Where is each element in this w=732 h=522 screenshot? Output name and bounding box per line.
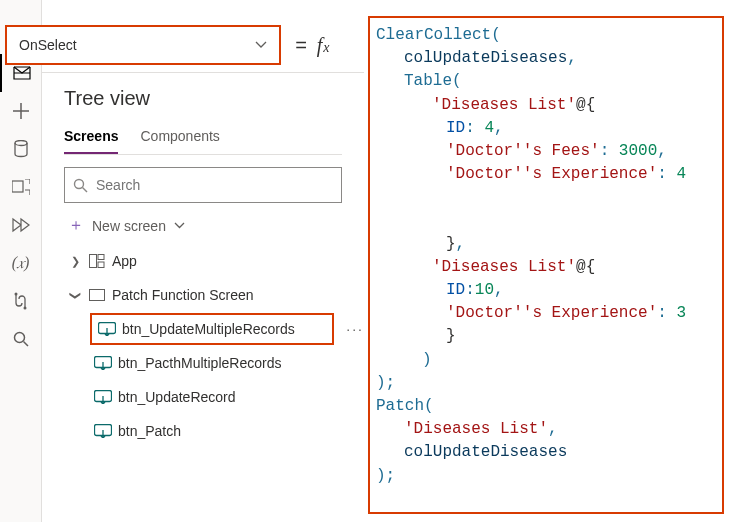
more-icon[interactable]: ··· [346, 321, 364, 337]
svg-point-3 [23, 307, 26, 310]
new-screen-button[interactable]: ＋ New screen [68, 215, 364, 236]
tab-screens[interactable]: Screens [64, 124, 118, 154]
chevron-right-icon: ❯ [68, 255, 82, 268]
svg-rect-7 [98, 255, 104, 260]
svg-rect-6 [90, 255, 97, 268]
chevron-down-icon [174, 222, 185, 229]
tree-node-label: btn_Patch [118, 423, 181, 439]
chevron-down-icon: ❯ [69, 288, 82, 302]
formula-editor[interactable]: ClearCollect( colUpdateDiseases, Table( … [368, 16, 724, 514]
tree-search-input[interactable] [96, 177, 333, 193]
tree-node-update-record[interactable]: btn_UpdateRecord [64, 380, 364, 414]
tree-search[interactable] [64, 167, 342, 203]
button-control-icon [94, 424, 112, 438]
app-icon [88, 254, 106, 268]
variables-icon[interactable]: (𝑥) [0, 244, 42, 282]
new-screen-label: New screen [92, 218, 166, 234]
svg-rect-9 [90, 290, 105, 301]
tree-node-label: Patch Function Screen [112, 287, 254, 303]
svg-rect-8 [98, 262, 104, 268]
search-icon[interactable] [0, 320, 42, 358]
tree-node-patch-multiple[interactable]: btn_PacthMultipleRecords [64, 346, 364, 380]
tree-node-label: btn_PacthMultipleRecords [118, 355, 281, 371]
property-dropdown-value: OnSelect [19, 37, 77, 53]
svg-point-0 [15, 141, 27, 146]
tree: ❯ App ❯ Patch Function Screen btn_Update… [64, 244, 364, 448]
tree-node-patch[interactable]: btn_Patch [64, 414, 364, 448]
tok-fn: ClearCollect [376, 26, 491, 44]
tree-view-title: Tree view [64, 87, 364, 110]
screen-icon [88, 289, 106, 301]
chevron-down-icon [255, 41, 267, 49]
tree-node-label: btn_UpdateRecord [118, 389, 236, 405]
tree-node-label: App [112, 253, 137, 269]
tree-node-app[interactable]: ❯ App [64, 244, 364, 278]
svg-point-5 [75, 179, 84, 188]
tree-view-panel: Tree view Screens Components ＋ New scree… [42, 72, 364, 522]
svg-point-4 [14, 333, 24, 343]
media-icon[interactable] [0, 168, 42, 206]
tree-view-tabs: Screens Components [64, 124, 342, 155]
search-icon [73, 178, 88, 193]
advanced-tools-icon[interactable] [0, 282, 42, 320]
svg-rect-1 [12, 181, 23, 192]
property-dropdown[interactable]: OnSelect [5, 25, 281, 65]
tab-components[interactable]: Components [140, 124, 219, 154]
plus-icon: ＋ [68, 215, 84, 236]
svg-point-2 [14, 293, 17, 296]
equals-label: = [295, 34, 307, 57]
left-rail: (𝑥) [0, 0, 42, 522]
tree-node-label: btn_UpdateMultipleRecords [122, 321, 295, 337]
button-control-icon [98, 322, 116, 336]
power-automate-icon[interactable] [0, 206, 42, 244]
button-control-icon [94, 390, 112, 404]
fx-icon[interactable]: fx [317, 34, 331, 57]
data-icon[interactable] [0, 130, 42, 168]
tree-node-update-multiple[interactable]: btn_UpdateMultipleRecords ··· [64, 312, 364, 346]
button-control-icon [94, 356, 112, 370]
tree-node-patch-screen[interactable]: ❯ Patch Function Screen [64, 278, 364, 312]
insert-icon[interactable] [0, 92, 42, 130]
